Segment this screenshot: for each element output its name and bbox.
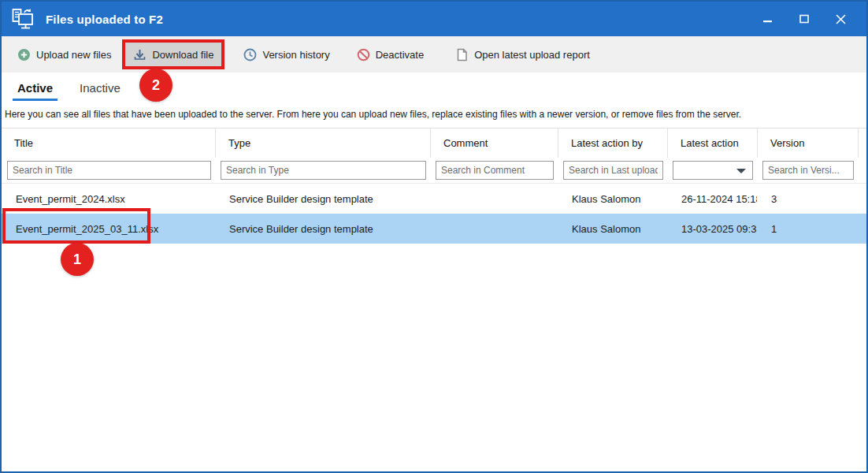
maximize-icon	[799, 14, 809, 24]
document-page-icon	[455, 48, 469, 61]
cell-type: Service Builder design template	[215, 193, 430, 205]
cell-latest-action-by: Klaus Salomon	[558, 193, 667, 205]
files-uploaded-dialog: Files uploaded to F2 Upload new files	[0, 0, 868, 473]
close-button[interactable]	[822, 2, 859, 36]
download-file-highlight-rect: Download file	[122, 39, 224, 69]
table-row-event-permit-2024[interactable]: Event_permit_2024.xlsx Service Builder d…	[2, 184, 866, 214]
minimize-button[interactable]	[750, 2, 786, 36]
deactivate-label: Deactivate	[376, 49, 424, 61]
files-upload-app-icon	[12, 8, 35, 30]
open-latest-upload-report-label: Open latest upload report	[474, 49, 590, 61]
plus-circle-icon	[17, 48, 31, 61]
cell-version: 1	[757, 223, 858, 235]
cell-latest-action: 26-11-2024 15:18	[667, 193, 757, 205]
chevron-down-icon	[736, 169, 746, 173]
open-latest-upload-report-button[interactable]: Open latest upload report	[447, 43, 598, 66]
minimize-icon	[763, 14, 773, 24]
version-history-label: Version history	[262, 49, 329, 61]
row-filler	[858, 214, 866, 244]
search-type-input[interactable]	[221, 161, 426, 180]
version-history-button[interactable]: Version history	[236, 43, 337, 66]
download-file-label: Download file	[152, 49, 213, 61]
search-latest-action-by-input[interactable]	[563, 161, 663, 180]
upload-new-files-label: Upload new files	[36, 49, 111, 61]
search-version-input[interactable]	[762, 161, 854, 180]
cell-type: Service Builder design template	[215, 223, 430, 235]
download-arrow-icon	[133, 48, 147, 61]
files-table: Title Type Comment Latest action by Late…	[2, 128, 866, 244]
download-file-button[interactable]: Download file	[125, 43, 221, 66]
window-title: Files uploaded to F2	[46, 13, 163, 26]
search-comment-input[interactable]	[436, 161, 554, 180]
title-bar: Files uploaded to F2	[2, 2, 866, 36]
cell-latest-action: 13-03-2025 09:31	[667, 223, 757, 235]
table-filter-row	[2, 158, 866, 184]
column-header-version[interactable]: Version	[757, 128, 858, 158]
column-header-latest-action-by[interactable]: Latest action by	[558, 128, 667, 158]
clock-icon	[243, 48, 257, 61]
column-header-comment[interactable]: Comment	[430, 128, 558, 158]
table-row-event-permit-2025-selected[interactable]: Event_permit_2025_03_11.xlsx Service Bui…	[2, 214, 866, 244]
cell-title: Event_permit_2024.xlsx	[2, 193, 215, 205]
maximize-button[interactable]	[786, 2, 822, 36]
tab-inactive[interactable]: Inactive	[75, 76, 125, 101]
close-icon	[836, 14, 846, 24]
cell-version: 3	[757, 193, 858, 205]
column-header-latest-action[interactable]: Latest action	[667, 128, 757, 158]
table-header-row: Title Type Comment Latest action by Late…	[2, 128, 866, 158]
cell-latest-action-by: Klaus Salomon	[558, 223, 667, 235]
column-header-filler	[858, 128, 866, 158]
search-title-input[interactable]	[7, 161, 211, 180]
upload-new-files-button[interactable]: Upload new files	[9, 43, 119, 66]
page-description: Here you can see all files that have bee…	[2, 104, 866, 128]
column-header-title[interactable]: Title	[2, 128, 215, 158]
tab-strip: Active Inactive	[2, 73, 866, 104]
toolbar: Upload new files Download file Version h…	[2, 36, 866, 73]
latest-action-filter-dropdown[interactable]	[673, 161, 753, 180]
tab-active[interactable]: Active	[13, 76, 57, 101]
deactivate-button[interactable]: Deactivate	[349, 43, 432, 66]
prohibition-icon	[357, 48, 370, 61]
window-controls	[750, 2, 866, 36]
annotation-step-1-badge: 1	[61, 243, 94, 276]
row-filler	[858, 184, 866, 214]
cell-title: Event_permit_2025_03_11.xlsx	[2, 223, 215, 235]
column-header-type[interactable]: Type	[215, 128, 430, 158]
